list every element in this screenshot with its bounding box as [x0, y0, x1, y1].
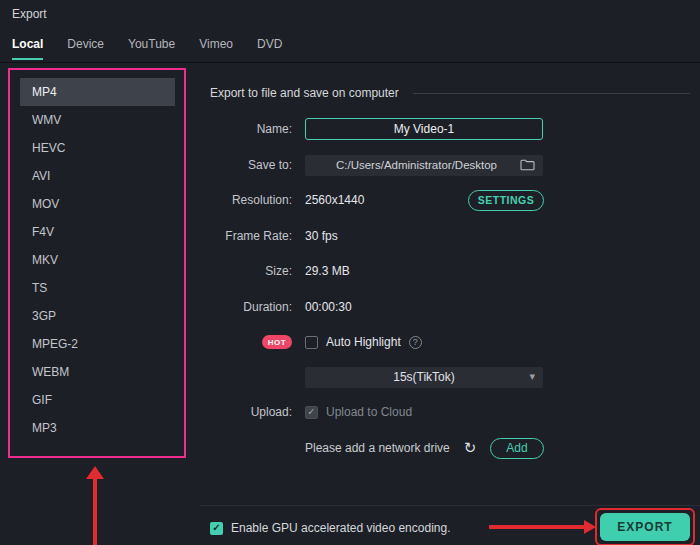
auto-highlight-label: Auto Highlight	[326, 335, 401, 349]
format-item-f4v[interactable]: F4V	[20, 218, 175, 246]
chevron-down-icon: ▾	[529, 370, 535, 383]
hot-badge: HOT	[262, 335, 292, 349]
export-button[interactable]: EXPORT	[600, 513, 690, 541]
save-to-label: Save to:	[210, 158, 292, 172]
auto-highlight-row: HOT Auto Highlight ?	[210, 331, 544, 353]
tab-local[interactable]: Local	[12, 37, 43, 60]
annotation-up-arrow-stem	[93, 478, 97, 545]
export-dialog: Export Local Device YouTube Vimeo DVD MP…	[0, 0, 700, 545]
help-icon[interactable]: ?	[409, 336, 422, 349]
name-input[interactable]	[305, 118, 543, 140]
bottom-divider	[200, 505, 700, 506]
format-list: MP4 WMV HEVC AVI MOV F4V MKV TS 3GP MPEG…	[20, 78, 175, 442]
format-item-mov[interactable]: MOV	[20, 190, 175, 218]
upload-to-cloud-label: Upload to Cloud	[326, 405, 412, 419]
section-divider-line	[413, 93, 690, 94]
format-item-mpeg2[interactable]: MPEG-2	[20, 330, 175, 358]
save-to-row: Save to: C:/Users/Administrator/Desktop	[210, 154, 544, 176]
resolution-value: 2560x1440	[305, 193, 364, 207]
format-item-gif[interactable]: GIF	[20, 386, 175, 414]
format-item-hevc[interactable]: HEVC	[20, 134, 175, 162]
format-item-wmv[interactable]: WMV	[20, 106, 175, 134]
network-drive-row: Please add a network drive ↻ Add	[210, 437, 544, 459]
auto-highlight-checkbox[interactable]	[305, 336, 318, 349]
format-item-webm[interactable]: WEBM	[20, 358, 175, 386]
frame-rate-row: Frame Rate: 30 fps	[210, 225, 544, 247]
export-tabs: Local Device YouTube Vimeo DVD	[12, 37, 282, 60]
duration-label: Duration:	[210, 300, 292, 314]
size-row: Size: 29.3 MB	[210, 260, 544, 282]
format-item-ts[interactable]: TS	[20, 274, 175, 302]
tab-dvd[interactable]: DVD	[257, 37, 282, 60]
upload-label: Upload:	[210, 405, 292, 419]
gpu-encoding-label: Enable GPU accelerated video encoding.	[231, 521, 450, 535]
duration-value: 00:00:30	[305, 300, 352, 314]
frame-rate-label: Frame Rate:	[210, 229, 292, 243]
frame-rate-value: 30 fps	[305, 229, 338, 243]
resolution-label: Resolution:	[210, 193, 292, 207]
format-item-mp4[interactable]: MP4	[20, 78, 175, 106]
tabs-divider	[0, 62, 700, 63]
format-item-mkv[interactable]: MKV	[20, 246, 175, 274]
size-label: Size:	[210, 264, 292, 278]
section-title: Export to file and save on computer	[210, 86, 399, 100]
format-item-mp3[interactable]: MP3	[20, 414, 175, 442]
save-to-path: C:/Users/Administrator/Desktop	[313, 159, 520, 171]
duration-row: Duration: 00:00:30	[210, 296, 544, 318]
add-network-drive-button[interactable]: Add	[490, 438, 544, 459]
preset-row: 15s(TikTok) ▾	[210, 366, 544, 388]
resolution-row: Resolution: 2560x1440 SETTINGS	[210, 189, 544, 211]
tab-vimeo[interactable]: Vimeo	[199, 37, 233, 60]
upload-to-cloud-checkbox[interactable]: ✓	[305, 406, 318, 419]
gpu-encoding-row: ✓ Enable GPU accelerated video encoding.	[210, 521, 450, 535]
settings-button[interactable]: SETTINGS	[468, 190, 544, 211]
window-title: Export	[12, 7, 47, 21]
save-to-field[interactable]: C:/Users/Administrator/Desktop	[305, 155, 543, 176]
refresh-icon[interactable]: ↻	[464, 439, 477, 457]
preset-dropdown-value: 15s(TikTok)	[393, 370, 455, 384]
tab-device[interactable]: Device	[67, 37, 104, 60]
name-label: Name:	[210, 122, 292, 136]
format-item-3gp[interactable]: 3GP	[20, 302, 175, 330]
upload-row: Upload: ✓ Upload to Cloud	[210, 401, 544, 423]
format-item-avi[interactable]: AVI	[20, 162, 175, 190]
size-value: 29.3 MB	[305, 264, 350, 278]
network-drive-text: Please add a network drive	[305, 441, 450, 455]
annotation-right-arrow-stem	[489, 525, 585, 529]
preset-dropdown[interactable]: 15s(TikTok) ▾	[305, 367, 543, 388]
gpu-encoding-checkbox[interactable]: ✓	[210, 522, 223, 535]
section-header: Export to file and save on computer	[210, 86, 690, 100]
folder-icon[interactable]	[520, 159, 535, 171]
annotation-right-arrow-head	[584, 520, 596, 534]
tab-youtube[interactable]: YouTube	[128, 37, 175, 60]
name-row: Name:	[210, 118, 544, 140]
